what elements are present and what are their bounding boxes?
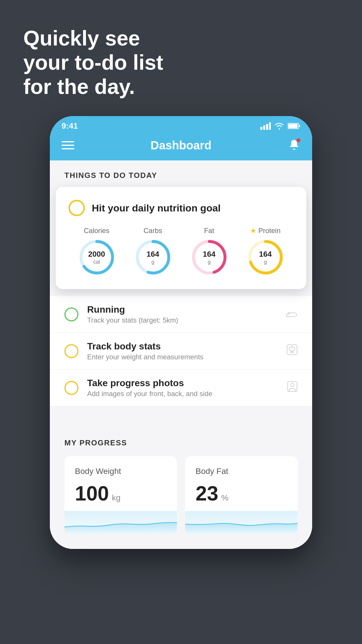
star-icon: ★ xyxy=(250,227,256,235)
protein-value: 164 g xyxy=(259,250,272,265)
signal-icon xyxy=(260,122,271,130)
shoe-icon xyxy=(286,308,298,321)
body-weight-card: Body Weight 100 kg xyxy=(64,456,177,534)
calories-ring-item: Calories 2000 cal xyxy=(78,227,116,276)
body-weight-unit: kg xyxy=(112,493,121,503)
body-fat-sparkline xyxy=(185,511,298,534)
nutrition-rings: Calories 2000 cal xyxy=(68,227,294,276)
protein-ring: 164 g xyxy=(247,238,284,276)
fat-ring-item: Fat 164 g xyxy=(190,227,228,276)
progress-title: MY PROGRESS xyxy=(64,438,298,447)
running-circle xyxy=(64,307,78,321)
headline-line2: your to-do list xyxy=(23,50,163,75)
headline-line3: for the day. xyxy=(23,75,163,99)
calories-label: Calories xyxy=(84,227,109,235)
body-fat-card: Body Fat 23 % xyxy=(185,456,298,534)
body-fat-label: Body Fat xyxy=(196,467,287,476)
body-fat-unit: % xyxy=(221,493,229,503)
body-stats-title: Track body stats xyxy=(87,341,278,352)
todo-item-photos[interactable]: Take progress photos Add images of your … xyxy=(50,370,312,406)
nutrition-card: Hit your daily nutrition goal Calories xyxy=(56,187,306,289)
nutrition-card-title: Hit your daily nutrition goal xyxy=(92,202,221,214)
scale-icon xyxy=(287,344,298,358)
svg-rect-1 xyxy=(263,125,265,130)
photos-title: Take progress photos xyxy=(87,378,278,388)
progress-cards: Body Weight 100 kg xyxy=(64,456,298,549)
navbar: Dashboard xyxy=(50,134,312,160)
calories-value: 2000 cal xyxy=(88,250,105,265)
status-icons xyxy=(260,122,301,130)
running-title: Running xyxy=(87,304,277,315)
todo-item-running[interactable]: Running Track your stats (target: 5km) xyxy=(50,296,312,333)
phone-mockup: 9:41 xyxy=(50,116,312,549)
body-stats-text: Track body stats Enter your weight and m… xyxy=(87,341,278,361)
photos-subtitle: Add images of your front, back, and side xyxy=(87,390,278,398)
fat-ring: 164 g xyxy=(190,238,228,276)
body-fat-value: 23 % xyxy=(196,482,287,505)
battery-icon xyxy=(288,123,301,129)
protein-label: Protein xyxy=(258,227,280,235)
progress-section: MY PROGRESS Body Weight 100 kg xyxy=(50,424,312,549)
phone-shell: 9:41 xyxy=(50,116,312,549)
svg-rect-5 xyxy=(288,124,298,128)
wifi-icon xyxy=(274,122,284,130)
todo-item-body-stats[interactable]: Track body stats Enter your weight and m… xyxy=(50,333,312,370)
fat-value: 164 g xyxy=(203,250,215,265)
status-bar: 9:41 xyxy=(50,116,312,134)
fat-label: Fat xyxy=(204,227,214,235)
todo-list: Running Track your stats (target: 5km) xyxy=(50,296,312,406)
body-weight-sparkline xyxy=(64,511,177,534)
time-display: 9:41 xyxy=(61,121,78,131)
portrait-icon xyxy=(287,381,298,395)
protein-ring-item: ★ Protein 164 g xyxy=(247,227,284,276)
protein-label-wrapper: ★ Protein xyxy=(250,227,280,235)
svg-point-21 xyxy=(291,383,294,387)
notification-bell[interactable] xyxy=(288,138,301,152)
hamburger-menu[interactable] xyxy=(61,141,74,149)
nutrition-card-header: Hit your daily nutrition goal xyxy=(68,200,294,216)
body-stats-subtitle: Enter your weight and measurements xyxy=(87,353,278,361)
carbs-value: 164 g xyxy=(147,250,159,265)
svg-rect-0 xyxy=(260,127,262,130)
body-stats-circle xyxy=(64,344,78,358)
calories-ring: 2000 cal xyxy=(78,238,116,276)
headline: Quickly see your to-do list for the day. xyxy=(0,0,187,116)
app-content: THINGS TO DO TODAY Hit your daily nutrit… xyxy=(50,160,312,549)
photos-text: Take progress photos Add images of your … xyxy=(87,378,278,398)
nutrition-check-circle[interactable] xyxy=(68,200,85,216)
svg-rect-2 xyxy=(266,124,268,130)
svg-rect-3 xyxy=(269,122,271,130)
body-weight-label: Body Weight xyxy=(75,467,166,476)
carbs-ring: 164 g xyxy=(134,238,172,276)
carbs-label: Carbs xyxy=(143,227,162,235)
svg-rect-6 xyxy=(299,125,300,127)
photos-circle xyxy=(64,381,78,395)
running-text: Running Track your stats (target: 5km) xyxy=(87,304,277,324)
body-weight-value: 100 kg xyxy=(75,482,166,505)
headline-line1: Quickly see xyxy=(23,26,163,50)
nav-title: Dashboard xyxy=(151,139,212,152)
running-subtitle: Track your stats (target: 5km) xyxy=(87,316,277,324)
things-title: THINGS TO DO TODAY xyxy=(50,171,312,187)
carbs-ring-item: Carbs 164 g xyxy=(134,227,172,276)
